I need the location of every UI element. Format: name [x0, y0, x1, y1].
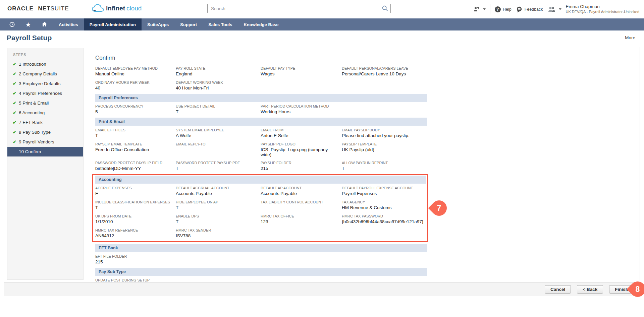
- field-value: Anton E Selfe: [261, 133, 338, 138]
- field-default-ap-account: DEFAULT AP ACCOUNTAccounts Payable: [261, 186, 342, 196]
- field-value: T: [176, 109, 257, 115]
- recent-icon[interactable]: [8, 21, 16, 28]
- field-payslip-template: PAYSLIP TEMPLATEUK Payslip (old): [342, 142, 427, 157]
- step-item-confirm[interactable]: 10 Confirm: [7, 147, 83, 156]
- page-title: Payroll Setup: [7, 34, 52, 42]
- confirm-heading: Confirm: [95, 55, 427, 61]
- search-input[interactable]: [207, 4, 391, 13]
- nav-item-support[interactable]: Support: [174, 18, 203, 30]
- field-value: Manual Online: [95, 71, 172, 77]
- back-button[interactable]: < Back: [577, 285, 603, 294]
- field-system-email-employee: SYSTEM EMAIL EMPLOYEEA Wolfe: [176, 128, 261, 138]
- step-item-pay-sub-type[interactable]: ✔8 Pay Sub Type: [7, 127, 83, 137]
- check-icon: ✔: [11, 71, 18, 76]
- section-header-eft-bank: EFT Bank: [95, 244, 427, 252]
- field-include-classification-on-expenses: INCLUDE CLASSIFICATION ON EXPENSEST: [95, 200, 176, 210]
- nav-item-activities[interactable]: Activities: [53, 18, 84, 30]
- step-label: 9 Payroll Vendors: [19, 139, 54, 144]
- change-role-menu[interactable]: [473, 6, 486, 13]
- step-label: 3 Employee Defaults: [19, 81, 61, 86]
- field-enable-dps: ENABLE DPST: [176, 214, 261, 225]
- user-menu-icon: [547, 5, 556, 13]
- field-label: SYSTEM EMAIL EMPLOYEE: [176, 128, 257, 132]
- field-label: PROCESS CONCURRENCY: [95, 104, 172, 108]
- step-item-eft-bank[interactable]: ✔7 EFT Bank: [7, 118, 83, 127]
- field-label: ORDINARY HOURS PER WEEK: [95, 80, 172, 84]
- field-label: HMRC TAX SENDER: [176, 228, 257, 232]
- field-label: EMAIL FROM: [261, 128, 338, 132]
- brand-text-light: cloud: [126, 5, 142, 12]
- field-value: T: [176, 219, 257, 225]
- check-icon: ✔: [11, 130, 18, 135]
- nav-menu: ActivitiesPayroll AdministrationSuiteApp…: [53, 18, 284, 30]
- page-title-row: Payroll Setup More: [0, 30, 644, 47]
- field-value: T: [176, 166, 257, 171]
- nav-item-knowledge-base[interactable]: Knowledge Base: [238, 18, 284, 30]
- chevron-down-icon: [483, 8, 486, 10]
- confirm-sections: DEFAULT EMPLOYEE PAY METHODManual Online…: [95, 64, 427, 290]
- field-label: UK DPS FROM DATE: [95, 214, 172, 218]
- global-search: [207, 4, 391, 13]
- cancel-button[interactable]: Cancel: [545, 285, 571, 294]
- step-item-payroll-vendors[interactable]: ✔9 Payroll Vendors: [7, 137, 83, 147]
- field-label: DEFAULT EMPLOYEE PAY METHOD: [95, 66, 172, 70]
- nav-item-sales-tools[interactable]: Sales Tools: [203, 18, 238, 30]
- field-label: DEFAULT ACCRUAL ACCOUNT: [176, 186, 257, 190]
- field-row: PASSWORD PROTECT PAYSLIP FIELDbirthdate|…: [95, 158, 427, 173]
- field-label: ACCRUE EXPENSES: [95, 186, 172, 190]
- netsuite-logo-net: NET: [38, 5, 51, 12]
- user-menu[interactable]: [547, 5, 561, 13]
- nav-item-suiteapps[interactable]: SuiteApps: [142, 18, 174, 30]
- field-eft-file-folder: EFT FILE FOLDER215: [95, 254, 176, 265]
- search-icon[interactable]: [382, 5, 388, 13]
- field-allow-payrun-reprint: ALLOW PAYRUN REPRINTT: [342, 161, 427, 171]
- field-email-reply-to: EMAIL REPLY-TO: [176, 142, 261, 157]
- step-item-accounting[interactable]: ✔6 Accounting: [7, 108, 83, 118]
- field-default-personal-carers-leave: DEFAULT PERSONAL/CARERS LEAVEPersonal/Ca…: [342, 66, 427, 77]
- field-value: 40 Hour Mon-Fri: [176, 85, 257, 91]
- content-container: STEPS ✔1 Introduction✔2 Company Details✔…: [4, 47, 640, 296]
- field-value: Free In Office Consultation: [95, 147, 172, 152]
- step-label: 5 Print & Email: [19, 101, 49, 106]
- more-link[interactable]: More: [625, 35, 635, 40]
- step-label: 8 Pay Sub Type: [19, 130, 51, 135]
- field-label: HMRC TAX PASSWORD: [342, 214, 423, 218]
- field-tax-agency: TAX AGENCYHM Revenue & Customs: [342, 200, 426, 210]
- field-value: A Wolfe: [176, 133, 257, 138]
- help-button[interactable]: ? Help: [495, 6, 512, 12]
- field-hide-employee-on-ap: HIDE EMPLOYEE ON APT: [176, 200, 261, 210]
- section-print-email: Print & EmailEMAIL EFT FILESTSYSTEM EMAI…: [95, 118, 427, 173]
- field-label: EFT FILE FOLDER: [95, 254, 172, 258]
- field-value: T: [95, 133, 172, 138]
- header-divider: [490, 4, 490, 14]
- step-item-company-details[interactable]: ✔2 Company Details: [7, 69, 83, 79]
- cloud-logo-icon: [91, 3, 105, 13]
- field-payslip-email-template: PAYSLIP EMAIL TEMPLATEFree In Office Con…: [95, 142, 176, 157]
- field-part-period-calculation-method: PART PERIOD CALCULATION METHODWorking Ho…: [261, 104, 342, 115]
- step-item-print-email[interactable]: ✔5 Print & Email: [7, 98, 83, 108]
- section-accounting: AccountingACCRUE EXPENSESFDEFAULT ACCRUA…: [92, 174, 428, 242]
- nav-item-payroll-administration[interactable]: Payroll Administration: [84, 18, 142, 30]
- step-item-payroll-preferences[interactable]: ✔4 Payroll Preferences: [7, 88, 83, 98]
- feedback-button[interactable]: Feedback: [516, 6, 543, 13]
- home-icon[interactable]: [40, 21, 48, 28]
- steps-heading: STEPS: [7, 48, 83, 59]
- footer-button-bar: Cancel< BackFinish8: [4, 282, 640, 296]
- field-label: PASSWORD PROTECT PAYSLIP PDF: [176, 161, 257, 165]
- shortcuts-star-icon[interactable]: ★: [24, 21, 32, 28]
- section-payroll-preferences: Payroll PreferencesPROCESS CONCURRENCY5U…: [95, 94, 427, 116]
- oracle-logo-text: ORACLE: [7, 5, 34, 12]
- field-label: HIDE EMPLOYEE ON AP: [176, 200, 257, 204]
- field-value: England: [176, 71, 257, 77]
- field-label: EMAIL EFT FILES: [95, 128, 172, 132]
- field-label: DEFAULT WORKING WEEK: [176, 80, 257, 84]
- check-icon: ✔: [11, 139, 18, 144]
- field-hmrc-tax-reference: HMRC TAX REFERENCEAN64312: [95, 228, 176, 239]
- step-item-introduction[interactable]: ✔1 Introduction: [7, 59, 83, 69]
- chevron-down-icon: [559, 8, 561, 10]
- step-item-employee-defaults[interactable]: ✔3 Employee Defaults: [7, 79, 83, 88]
- field-accrue-expenses: ACCRUE EXPENSESF: [95, 186, 176, 196]
- field-hmrc-tax-sender: HMRC TAX SENDERISV788: [176, 228, 261, 239]
- field-label: EMAIL PAYSLIP BODY: [342, 128, 424, 132]
- netsuite-logo-suite: SUITE: [51, 5, 69, 12]
